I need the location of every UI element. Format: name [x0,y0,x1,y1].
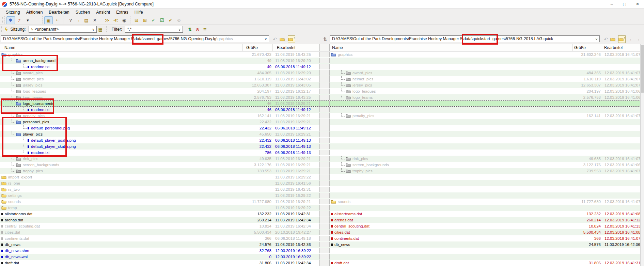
file-row[interactable]: graphics21.670.42311.03.2019 16:43:25gra… [0,51,644,58]
left-refresh-icon[interactable]: ↶ [271,35,279,43]
show-differences-button[interactable]: ≠ [15,16,23,24]
copy-to-right-button[interactable]: → [74,16,82,24]
chevron-down-icon[interactable]: ∨ [264,37,268,41]
collapse-folders-button[interactable]: ⊟ [132,16,141,24]
file-row[interactable]: sounds11.727.68011.03.2019 16:29:21sound… [0,199,644,205]
file-row[interactable]: db_news24.57611.03.2019 16:42:36db_news2… [0,241,644,248]
file-row[interactable]: continents.dat36606.06.2018 11:49:18cont… [0,235,644,241]
file-row[interactable]: rs_one11.03.2019 16:41:56 [0,180,644,186]
snapshot-button[interactable]: ◉ [120,16,128,24]
folder-view-button[interactable]: ▣ [44,16,53,24]
close-button[interactable]: ✕ [631,0,644,8]
file-row[interactable]: cities.dat5.500.43420.10.2018 19:42:27ci… [0,229,644,235]
file-row[interactable]: db_news-wal012.03.2019 16:39:22 [0,254,644,260]
swap-sides-icon[interactable]: ⇅ [321,35,329,43]
file-row[interactable]: default_player_skater.png22.43206.06.201… [0,143,644,150]
rules-icon[interactable]: ≣ [201,26,209,33]
file-row[interactable]: screen_backgrounds3.122.17611.03.2019 16… [0,162,644,168]
touch-files-button[interactable]: ✔ [166,16,175,24]
file-row[interactable]: player_pics45.65011.03.2019 16:29:21 [0,131,644,137]
session-select[interactable]: ϟ <unbenannt> ∨ [29,26,97,33]
left-size-header[interactable]: Größe [242,44,272,51]
vertical-scrollbar[interactable] [640,44,644,266]
file-row[interactable]: readme.txt4606.06.2018 11:49:12 [0,107,644,113]
menu-item-bearbeiten[interactable]: Bearbeiten [46,9,72,16]
right-modified-header[interactable]: Bearbeitet [602,44,641,51]
file-row[interactable]: logo_leagues204.19711.03.2019 16:32:17lo… [0,88,644,94]
swap-sync-button[interactable]: ≈ [53,16,61,24]
find-stop-icon[interactable]: ⊘ [194,26,201,33]
previous-difference-button[interactable]: ≪ [111,16,120,24]
left-size: 204.197 [242,89,272,94]
filter-input[interactable]: *.* ∨ [125,26,183,33]
file-row[interactable]: rs_two11.03.2019 16:42:31 [0,186,644,192]
compare-contents-button[interactable]: =? [65,16,74,24]
file-row[interactable]: personnel_pics22.43211.03.2019 16:29:21 [0,119,644,125]
chevron-down-icon[interactable]: ∨ [91,28,95,31]
item-label: default_personnel.png [31,125,70,131]
delete-button[interactable]: ✕ [91,16,99,24]
file-row[interactable]: penalty_pics162.14111.03.2019 16:29:21pe… [0,113,644,119]
right-name-header[interactable]: Name [330,44,572,51]
left-modified-header[interactable]: Bearbeitet [272,44,319,51]
show-all-button[interactable]: ✱ [6,16,15,24]
file-row-selected[interactable]: logo_tournaments4611.03.2019 16:29:21 [0,100,644,107]
file-row[interactable]: trophy_pics739.55311.03.2019 16:29:21tro… [0,168,644,174]
file-row[interactable]: arena_background4911.03.2019 16:29:20 [0,58,644,64]
file-row[interactable]: readme.txt4906.06.2018 11:49:12 [0,64,644,70]
file-row[interactable]: default_player_goalie.png22.43206.06.201… [0,137,644,143]
file-row[interactable]: helmet_pics1.610.11911.03.2019 16:43:02h… [0,76,644,82]
history-forward-icon[interactable]: → [634,35,642,43]
file-row[interactable]: rink_pics49.63511.03.2019 16:29:21rink_p… [0,156,644,162]
file-row[interactable]: readme.txt78606.06.2018 11:49:13 [0,150,644,156]
chevron-down-icon[interactable]: ∨ [594,37,599,41]
right-path-select[interactable]: D:\GAMES\Out of the Park Developments\Fr… [330,35,600,42]
scrollbar-thumb[interactable] [641,45,644,93]
left-modified: 20.10.2018 19:42:27 [272,230,319,235]
file-row[interactable]: arenas.dat260.21411.03.2019 16:42:34aren… [0,217,644,223]
menu-item-extras[interactable]: Extras [113,9,131,16]
display-filter-caret[interactable]: ▾ [23,16,32,24]
save-session-button[interactable]: ▦ [97,26,104,33]
file-row[interactable]: central_scouting.dat10.82411.03.2019 16:… [0,223,644,229]
right-parent-folder-icon[interactable]: ↑ [618,35,626,43]
stop-button[interactable]: ⊘ [175,16,183,24]
menu-item-hilfe[interactable]: Hilfe [131,9,146,16]
toggle-checkbox-button[interactable]: ☑ [158,16,166,24]
minimize-button[interactable]: – [605,0,618,8]
next-difference-button[interactable]: ≫ [103,16,111,24]
show-same-button[interactable]: = [32,16,41,24]
menu-item-suchen[interactable]: Suchen [73,9,93,16]
folder-name: graphics [330,52,572,57]
file-row[interactable]: logo_teams2.576.75311.03.2019 16:43:25lo… [0,94,644,100]
select-check-button[interactable]: ✓ [149,16,158,24]
file-row[interactable]: allstarteams.dat132.23211.03.2019 16:42:… [0,211,644,217]
file-row[interactable]: jersey_pics12.653.30711.03.2019 16:43:05… [0,82,644,88]
file-row[interactable]: import_export11.03.2019 16:29:22 [0,174,644,180]
menu-item-ansicht[interactable]: Ansicht [93,9,113,16]
file-row[interactable]: default_personnel.png22.43206.06.2018 11… [0,125,644,131]
right-size: 49.635 [572,156,602,161]
left-name-header[interactable]: Name [0,44,242,51]
file-row[interactable]: settings11.03.2019 16:29:22 [0,192,644,199]
left-browse-folder-icon[interactable] [279,35,287,43]
right-size-header[interactable]: Größe [572,44,602,51]
find-updown-icon[interactable]: ⇅ [186,26,194,33]
maximize-button[interactable]: ▢ [618,0,631,8]
left-path-select[interactable]: D:\GAMES\Out of the Park Developments\Fr… [1,35,269,42]
right-browse-folder-icon[interactable] [610,35,617,43]
file-icon [1,219,3,221]
chevron-down-icon[interactable]: ∨ [177,28,182,31]
menu-item-sitzung[interactable]: Sitzung [3,9,23,16]
move-files-button[interactable]: ▤ [82,16,91,24]
file-row[interactable]: temp11.03.2019 16:29:22 [0,205,644,211]
file-row[interactable]: db_news-shm32.76812.03.2019 16:39:22 [0,248,644,254]
menu-item-aktionen[interactable]: Aktionen [23,9,46,16]
expand-folders-button[interactable]: ⊞ [141,16,149,24]
right-refresh-icon[interactable]: ↶ [602,35,610,43]
file-row[interactable]: draft.dat31.80611.03.2019 16:42:34draft.… [0,260,644,266]
file-row[interactable]: award_pics484.36511.03.2019 16:29:20awar… [0,70,644,76]
item-label: readme.txt [31,64,49,69]
left-parent-folder-icon[interactable]: ↑ [288,35,295,43]
item-label: temp [8,205,17,210]
